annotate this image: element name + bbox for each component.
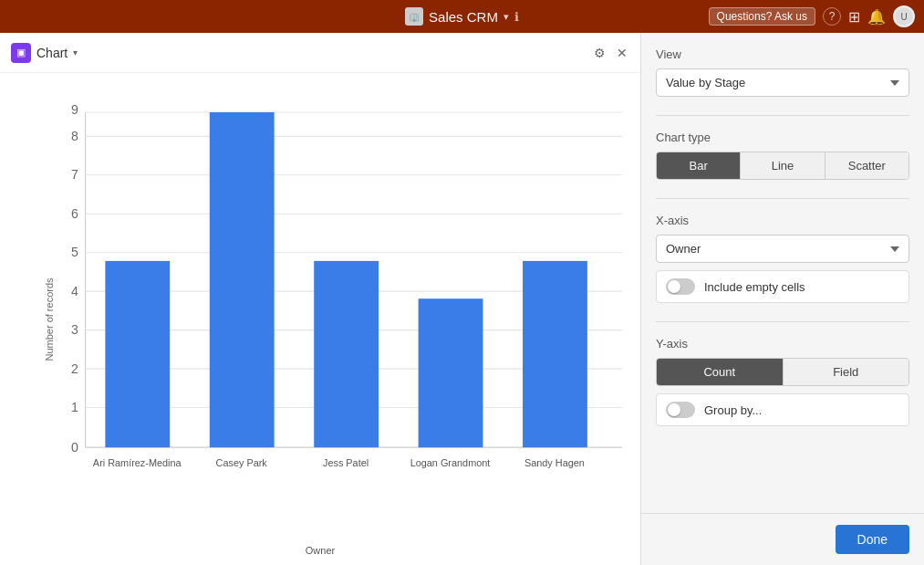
svg-text:Sandy Hagen: Sandy Hagen [524, 457, 585, 468]
topbar-right-area: Questions? Ask us ? ⊞ 🔔 U [709, 5, 915, 27]
chart-type-scatter[interactable]: Scatter [825, 152, 908, 179]
chart-type-section: Chart type Bar Line Scatter [656, 131, 909, 180]
bar-sandy[interactable] [523, 261, 587, 447]
info-icon[interactable]: ℹ [514, 10, 519, 24]
svg-text:6: 6 [71, 206, 78, 221]
apps-icon[interactable]: ⊞ [848, 8, 860, 26]
topbar-title-group: 🏢 Sales CRM ▾ ℹ [405, 7, 519, 26]
svg-text:8: 8 [71, 129, 78, 143]
done-button[interactable]: Done [836, 525, 909, 554]
chart-header-actions: ⚙ ✕ [592, 44, 629, 62]
bar-jess[interactable] [314, 261, 379, 447]
bar-casey[interactable] [210, 112, 275, 447]
gear-icon[interactable]: ⚙ [592, 44, 607, 62]
yaxis-label: Y-axis [656, 337, 909, 351]
chart-title: Chart [36, 46, 67, 60]
help-icon[interactable]: ? [823, 7, 841, 26]
group-by-label: Group by... [704, 403, 762, 417]
close-icon[interactable]: ✕ [615, 44, 629, 62]
svg-text:3: 3 [71, 322, 78, 337]
yaxis-count-btn[interactable]: Count [657, 359, 784, 385]
group-by-toggle[interactable] [666, 402, 695, 418]
svg-text:1: 1 [71, 400, 78, 414]
chart-icon-char: ▣ [16, 47, 26, 58]
svg-text:0: 0 [71, 439, 78, 454]
xaxis-label: X-axis [656, 214, 909, 227]
include-empty-toggle-row: Include empty cells [656, 270, 909, 303]
app-dropdown-arrow[interactable]: ▾ [504, 11, 509, 23]
view-section: View Value by Stage Pipeline Leads [656, 47, 909, 97]
group-by-toggle-row: Group by... [656, 393, 909, 426]
divider-2 [656, 198, 909, 199]
bell-icon[interactable]: 🔔 [867, 8, 886, 26]
topbar: 🏢 Sales CRM ▾ ℹ Questions? Ask us ? ⊞ 🔔 … [0, 0, 924, 33]
main-content: ▣ Chart ▾ ⚙ ✕ Number of records 0 1 2 3 … [0, 33, 924, 565]
y-axis-label: Number of records [44, 277, 55, 361]
chart-panel-icon: ▣ [11, 43, 31, 63]
svg-text:2: 2 [71, 361, 78, 375]
svg-text:Jess Patel: Jess Patel [323, 457, 369, 468]
svg-text:Casey Park: Casey Park [216, 457, 268, 468]
svg-text:5: 5 [71, 245, 78, 259]
app-title: Sales CRM [429, 9, 498, 25]
chart-header: ▣ Chart ▾ ⚙ ✕ [0, 33, 640, 73]
chart-type-group: Bar Line Scatter [656, 152, 909, 180]
settings-footer: Done [641, 513, 924, 565]
settings-inner: View Value by Stage Pipeline Leads Chart… [641, 33, 924, 513]
bar-chart-svg: 0 1 2 3 4 5 6 7 8 9 [46, 91, 622, 510]
chart-type-line[interactable]: Line [741, 152, 825, 179]
view-select[interactable]: Value by Stage Pipeline Leads [656, 68, 909, 97]
svg-text:9: 9 [71, 102, 78, 117]
xaxis-select[interactable]: Owner Stage Priority [656, 235, 909, 263]
chart-title-dropdown[interactable]: ▾ [73, 47, 78, 58]
bar-logan[interactable] [419, 298, 483, 447]
questions-button[interactable]: Questions? Ask us [709, 7, 815, 26]
include-empty-label: Include empty cells [704, 280, 805, 294]
yaxis-field-btn[interactable]: Field [784, 359, 909, 385]
svg-text:Logan Grandmont: Logan Grandmont [410, 457, 492, 468]
app-icon: 🏢 [405, 7, 423, 26]
include-empty-toggle[interactable] [666, 278, 695, 295]
svg-text:Ari Ramírez-Medina: Ari Ramírez-Medina [93, 457, 182, 468]
avatar-initials: U [900, 12, 907, 22]
divider-1 [656, 115, 909, 116]
divider-3 [656, 321, 909, 322]
avatar[interactable]: U [893, 5, 915, 27]
yaxis-section: Y-axis Count Field Group by... [656, 337, 909, 426]
bar-ari[interactable] [105, 261, 170, 447]
chart-area: Number of records 0 1 2 3 4 5 6 7 8 9 [0, 73, 640, 565]
view-label: View [656, 47, 909, 61]
yaxis-group: Count Field [656, 358, 909, 386]
chart-type-bar[interactable]: Bar [657, 152, 741, 179]
toggle-knob [668, 280, 680, 293]
xaxis-section: X-axis Owner Stage Priority Include empt… [656, 214, 909, 303]
svg-text:4: 4 [71, 283, 78, 298]
svg-text:7: 7 [71, 167, 78, 182]
chart-type-label: Chart type [656, 131, 909, 144]
x-axis-label: Owner [306, 545, 335, 556]
group-by-toggle-knob [668, 403, 680, 416]
chart-panel: ▣ Chart ▾ ⚙ ✕ Number of records 0 1 2 3 … [0, 33, 641, 565]
settings-panel: View Value by Stage Pipeline Leads Chart… [641, 33, 924, 565]
